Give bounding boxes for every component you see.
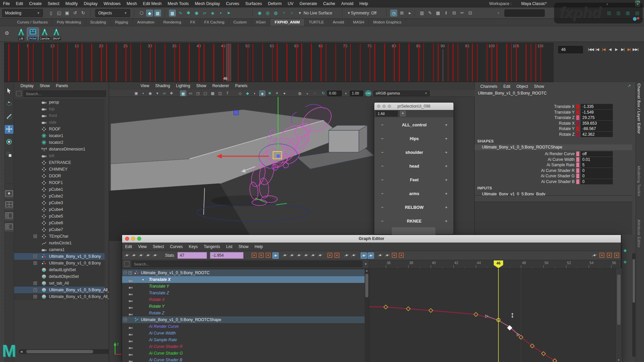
channel-box-expand-icon[interactable]: ↗	[628, 83, 631, 88]
workspace-lock-icon[interactable]	[635, 1, 640, 6]
channel-value-field[interactable]: -88.567	[581, 126, 613, 131]
selection-row-label[interactable]: shoulder	[377, 147, 451, 158]
camera-attributes-icon[interactable]: ◉	[147, 90, 153, 96]
graph-time-ruler[interactable]: 363840424446485052545646	[369, 260, 619, 268]
channel-key-swatch[interactable]	[576, 104, 579, 109]
graph-tree-ai-curve-shader-r[interactable]: Ai Curve Shader R	[122, 343, 365, 350]
move-nearest-picked-key-button[interactable]	[124, 252, 130, 259]
graph-playhead-flag[interactable]: 46	[494, 260, 503, 268]
menu-edit-mesh[interactable]: Edit Mesh	[140, 0, 165, 7]
channel-value-field[interactable]: 42.362	[581, 132, 613, 137]
viewport-menu-view[interactable]: View	[138, 82, 152, 90]
step-forward-one-key-button[interactable]: ▶|	[626, 45, 632, 54]
unify-tangents-button[interactable]	[351, 252, 357, 259]
collapse-icon[interactable]: −	[123, 271, 127, 275]
pause-icon[interactable]: ‖	[443, 10, 449, 16]
outliner-item-top[interactable]: top	[14, 106, 105, 112]
film-gate-icon[interactable]: ▭	[187, 90, 194, 96]
channel-box-menu-channels[interactable]: Channels	[477, 83, 500, 90]
menu-modify[interactable]: Modify	[62, 0, 81, 7]
graph-open-trax-editor-button[interactable]	[614, 252, 620, 259]
graph-menu-keys[interactable]: Keys	[186, 243, 201, 251]
highlight-selection-icon[interactable]: ➤	[225, 10, 232, 16]
outliner-item-ultimate-bony-v1-0-6-bony[interactable]: +Ultimate_Bony_v1_0_6:Bony	[14, 260, 105, 266]
dock-tab-modeling-toolkit[interactable]: Modeling Toolkit	[637, 166, 641, 196]
select-plus-button[interactable]: +	[445, 147, 447, 158]
shelf-gear-icon[interactable]: ⚙	[5, 30, 9, 36]
graph-tree-ai-sample-rate[interactable]: Ai Sample Rate	[122, 337, 365, 343]
value-snap-button[interactable]	[398, 252, 405, 259]
retime-tool-button[interactable]	[152, 252, 159, 259]
snap-to-view-plane-icon[interactable]: ▱	[201, 10, 208, 16]
workspace-value[interactable]: Maya Classic*	[521, 0, 547, 7]
outliner-item-ultimate-bony-v1-0-6-bony-all-cnts[interactable]: +Ultimate_Bony_v1_0_6:Bony_All_CNTs	[14, 293, 105, 300]
outliner-item-locator1[interactable]: locator1	[14, 132, 105, 139]
animation-preferences-icon[interactable]: ◷	[390, 10, 397, 16]
lock-selection-icon[interactable]: ▪	[217, 10, 224, 16]
animation-key[interactable]	[553, 359, 557, 362]
layer-editor-scrollbar[interactable]	[632, 253, 635, 357]
menu-help[interactable]: Help	[356, 0, 371, 7]
symmetry-label[interactable]: Symmetry: Off	[351, 7, 376, 19]
menu-generate[interactable]: Generate	[297, 0, 320, 7]
channel-box-menu-show[interactable]: Show	[531, 83, 547, 90]
absolute-view-button[interactable]	[251, 252, 258, 259]
outliner-item-pcube6[interactable]: pCube6	[14, 220, 105, 226]
menu-windows[interactable]: Windows	[101, 0, 124, 7]
play-forwards-button[interactable]: ▶	[613, 45, 620, 54]
create-layer-from-selected-icon[interactable]: ◈	[624, 259, 627, 264]
outliner-item-roof1[interactable]: ROOF1	[14, 179, 105, 186]
plateau-tangents-button[interactable]	[317, 252, 324, 259]
window-zoom-icon[interactable]	[388, 105, 391, 108]
lock-camera-icon[interactable]: ▪	[140, 90, 146, 96]
channel-value-field[interactable]: 0	[581, 173, 613, 179]
shelf-tab-curves-surfaces[interactable]: Curves / Surfaces	[13, 19, 52, 26]
use-all-lights-icon[interactable]: ❋	[267, 90, 273, 96]
outliner-item-pcube3[interactable]: pCube3	[14, 199, 105, 206]
expand-icon[interactable]: +	[34, 235, 37, 238]
make-live-icon[interactable]: ◈	[209, 10, 216, 16]
channel-key-swatch[interactable]	[576, 132, 579, 137]
free-tangent-weight-button[interactable]	[361, 252, 367, 259]
channel-value-field[interactable]: off	[581, 151, 613, 157]
outliner-item-entrance[interactable]: ENTRANCE	[14, 159, 105, 166]
graph-tree-rotate-z[interactable]: Rotate Z	[122, 310, 365, 316]
graph-frame-all-button[interactable]	[592, 252, 598, 259]
new-scene-icon[interactable]: ▯	[48, 10, 54, 16]
channel-value-field[interactable]: -1.549	[581, 110, 613, 115]
channel-box-menu-object[interactable]: Object	[513, 83, 531, 90]
graph-tree-translate-z[interactable]: Translate Z	[122, 290, 365, 296]
menu-mesh-tools[interactable]: Mesh Tools	[165, 0, 192, 7]
menu-display[interactable]: Display	[81, 0, 101, 7]
outliner-item-pcube2[interactable]: pCube2	[14, 193, 105, 199]
stacked-view-button[interactable]	[258, 252, 265, 259]
graph-curve-area[interactable]: ↕	[369, 268, 619, 362]
outliner-item-defaultlightset[interactable]: defaultLightSet	[14, 266, 105, 273]
menu-deform[interactable]: Deform	[265, 0, 285, 7]
graph-tree-rotate-y[interactable]: Rotate Y	[122, 303, 365, 310]
hypershade-layout-button[interactable]	[5, 223, 13, 231]
shelf-tab-poly-modeling[interactable]: Poly Modeling	[52, 19, 86, 26]
channel-box-menu-edit[interactable]: Edit	[500, 83, 514, 90]
save-scene-icon[interactable]: ▣	[64, 10, 70, 16]
outliner-menu-panels[interactable]: Panels	[53, 82, 71, 90]
menu-curves[interactable]: Curves	[223, 0, 243, 7]
select-plus-button[interactable]: +	[445, 134, 447, 144]
swap-buffer-curves-button[interactable]	[334, 252, 340, 259]
menu-file[interactable]: File	[0, 0, 13, 7]
expand-icon[interactable]: +	[34, 295, 37, 298]
outliner-search-input[interactable]	[23, 90, 106, 97]
color-management-toggle[interactable]: ON	[365, 90, 371, 96]
outliner-item-left[interactable]: left	[14, 153, 105, 159]
graph-menu-view[interactable]: View	[135, 243, 150, 251]
collapse-icon[interactable]: −	[123, 318, 127, 321]
outliner-item-pcube5[interactable]: pCube5	[14, 213, 105, 220]
graph-editor-titlebar[interactable]: Graph Editor	[122, 235, 621, 243]
graph-menu-tangents[interactable]: Tangents	[201, 243, 223, 251]
play-backwards-button[interactable]: ◀	[607, 45, 613, 54]
menu-uv[interactable]: UV	[285, 0, 297, 7]
linear-tangents-button[interactable]	[296, 252, 303, 259]
exposure-field[interactable]: 0.00	[327, 90, 342, 96]
dock-tab-channel-box-layer-editor[interactable]: Channel Box / Layer Editor	[637, 83, 641, 134]
auto-tangent-button[interactable]	[377, 252, 384, 259]
